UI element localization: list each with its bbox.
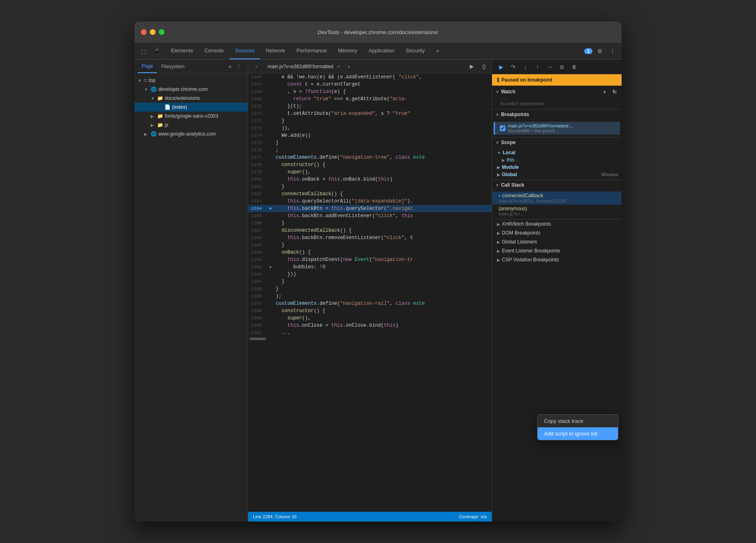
scope-this-item[interactable]: ▶ this …	[492, 156, 622, 164]
tab-network[interactable]: Network	[260, 43, 291, 59]
tree-label-docs: docs/extensions	[165, 95, 200, 101]
dom-arrow-icon: ▶	[497, 231, 500, 235]
code-line-2283: 2283 this.querySelectorAll("[data-expand…	[248, 198, 492, 205]
paused-label: Paused on breakpoint	[501, 77, 552, 83]
tree-item-js[interactable]: ▶ 📁 js	[134, 121, 248, 129]
tree-label-index: (index)	[172, 104, 187, 110]
tree-item-chrome[interactable]: ▼ 🌐 developer.chrome.com	[134, 85, 248, 94]
close-window-button[interactable]	[141, 29, 147, 35]
source-tab-main[interactable]: main.js?v=e382d86f:formatted ×	[264, 60, 346, 73]
tab-performance[interactable]: Performance	[291, 43, 332, 59]
scrollbar-thumb[interactable]	[250, 338, 266, 340]
listeners-section[interactable]: ▶ Global Listeners	[492, 237, 622, 246]
add-watch-button[interactable]: +	[600, 88, 609, 96]
code-line-2299: 2299 super(),	[248, 315, 492, 322]
tab-sources[interactable]: Sources	[229, 43, 260, 59]
device-toolbar-icon[interactable]: 📱	[151, 45, 162, 57]
step-out-button[interactable]: ↑	[532, 61, 543, 73]
tabs-more-button[interactable]: »	[430, 43, 445, 59]
tab-console[interactable]: Console	[199, 43, 229, 59]
pause-exceptions-button[interactable]: ⏸	[568, 61, 580, 73]
tab-security[interactable]: Security	[400, 43, 430, 59]
tab-memory[interactable]: Memory	[333, 43, 363, 59]
scope-this-arrow-icon: ▶	[502, 158, 505, 162]
step-over-button[interactable]: ↷	[508, 61, 519, 73]
sidebar-menu-icon[interactable]: ⋮	[233, 61, 244, 72]
code-line-2291: 2291 this.dispatchEvent(new Event("navig…	[248, 256, 492, 263]
watch-arrow-icon: ▼	[495, 90, 499, 94]
tree-item-index[interactable]: ▶ 📄 (index)	[134, 103, 248, 112]
deactivate-breakpoints-button[interactable]: ⊘	[556, 61, 568, 73]
tree-item-docs[interactable]: ▼ 📁 docs/extensions	[134, 94, 248, 103]
refresh-watch-button[interactable]: ↻	[610, 88, 618, 96]
breakpoint-checkbox[interactable]	[500, 125, 505, 131]
add-to-ignore-list-button[interactable]: Add script to ignore list	[538, 427, 618, 440]
more-options-icon[interactable]: ⋮	[607, 45, 618, 57]
code-line-2297: 2297 customElements.define("navigation-r…	[248, 300, 492, 307]
call-stack-header[interactable]: ▼ Call Stack	[492, 180, 622, 190]
scope-module-item[interactable]: ▶ Module	[492, 164, 622, 171]
event-section[interactable]: ▶ Event Listener Breakpoints	[492, 246, 622, 255]
call-stack-item-2[interactable]: (anonymous) main.js?v=...	[492, 205, 622, 218]
watch-actions: + ↻	[600, 88, 618, 96]
sidebar-more-button[interactable]: »	[229, 63, 231, 69]
breakpoints-header[interactable]: ▼ Breakpoints	[492, 110, 622, 119]
code-line-2276: 2276 ;	[248, 147, 492, 154]
scope-global-item[interactable]: ▶ Global Window	[492, 171, 622, 178]
code-line-2293: 2293 }))	[248, 271, 492, 278]
code-line-2269: 2269 return "true" === e.getAttribute("a…	[248, 95, 492, 103]
horizontal-scrollbar[interactable]	[248, 336, 492, 341]
scope-global-arrow-icon: ▶	[497, 172, 500, 177]
inspect-icon[interactable]: ⬚	[138, 45, 149, 57]
event-arrow-icon: ▶	[497, 249, 500, 253]
watch-section: ▼ Watch + ↻ No watch expressions	[492, 86, 622, 110]
event-label: Event Listener Breakpoints	[502, 248, 560, 254]
sidebar-tab-page[interactable]: Page	[138, 60, 157, 73]
dom-section[interactable]: ▶ DOM Breakpoints	[492, 228, 622, 237]
tab-application[interactable]: Application	[363, 43, 400, 59]
watch-header[interactable]: ▼ Watch + ↻	[492, 86, 622, 98]
step-button[interactable]: →	[544, 61, 555, 73]
status-bar: Line 2284, Column 16 Coverage: n/a	[248, 512, 492, 521]
devtools-window: DevTools - developer.chrome.com/docs/ext…	[134, 22, 622, 521]
code-line-2281: 2281 }	[248, 183, 492, 190]
scope-module-arrow-icon: ▶	[497, 165, 500, 170]
code-line-2279: 2279 super(),	[248, 168, 492, 176]
window-title: DevTools - developer.chrome.com/docs/ext…	[318, 29, 438, 35]
code-area[interactable]: 2266 e && !we.has(e) && (e.addEventListe…	[248, 73, 492, 512]
csp-section[interactable]: ▶ CSP Violation Breakpoints	[492, 255, 622, 264]
navigate-back-icon[interactable]: ‹	[251, 61, 262, 72]
sidebar-tab-filesystem[interactable]: Filesystem	[157, 60, 188, 73]
call-stack-section: ▼ Call Stack ● connectedCallback main.js…	[492, 180, 622, 220]
call-stack-item-1[interactable]: ● connectedCallback main.js?v=e382d...fo…	[492, 192, 622, 205]
notifications-badge[interactable]: 1	[584, 48, 592, 54]
scope-this-label: this	[507, 157, 514, 163]
tab-elements[interactable]: Elements	[165, 43, 199, 59]
settings-icon[interactable]: ⚙	[594, 45, 605, 57]
code-line-2277: 2277 customElements.define("navigation-t…	[248, 154, 492, 161]
tree-item-fonts[interactable]: ▶ 📁 fonts/google-sans-v2003	[134, 112, 248, 121]
call-stack-dot-icon: ●	[499, 194, 501, 198]
traffic-lights	[141, 29, 164, 35]
scope-local-item[interactable]: ▼ Local	[492, 149, 622, 156]
run-snippet-icon[interactable]: ▶	[467, 61, 477, 72]
breakpoints-content: main.js?v=e382d86f:formatted:... this.ba…	[492, 119, 622, 137]
maximize-window-button[interactable]	[159, 29, 164, 35]
tree-item-top[interactable]: ▼ □ top	[134, 76, 248, 85]
xhr-section[interactable]: ▶ XHR/fetch Breakpoints	[492, 220, 622, 228]
code-line-2296: 2296 );	[248, 293, 492, 300]
format-icon[interactable]: {}	[479, 61, 489, 72]
source-tab-close-button[interactable]: ×	[336, 64, 341, 69]
step-into-button[interactable]: ↓	[520, 61, 531, 73]
tree-toggle-analytics: ▶	[144, 132, 151, 136]
minimize-window-button[interactable]	[150, 29, 156, 35]
scope-header[interactable]: ▼ Scope	[492, 138, 622, 147]
resume-button[interactable]: ▶	[495, 61, 507, 73]
status-position: Line 2284, Column 16	[253, 514, 297, 519]
copy-stack-trace-button[interactable]: Copy stack trace	[538, 415, 618, 427]
source-tabs-more-button[interactable]: »	[348, 64, 350, 69]
tree-item-analytics[interactable]: ▶ 🌐 www.google-analytics.com	[134, 129, 248, 138]
watch-content: No watch expressions	[492, 98, 622, 109]
file-icon: 📄	[164, 104, 171, 110]
breakpoint-item[interactable]: main.js?v=e382d86f:formatted:... this.ba…	[494, 122, 620, 135]
